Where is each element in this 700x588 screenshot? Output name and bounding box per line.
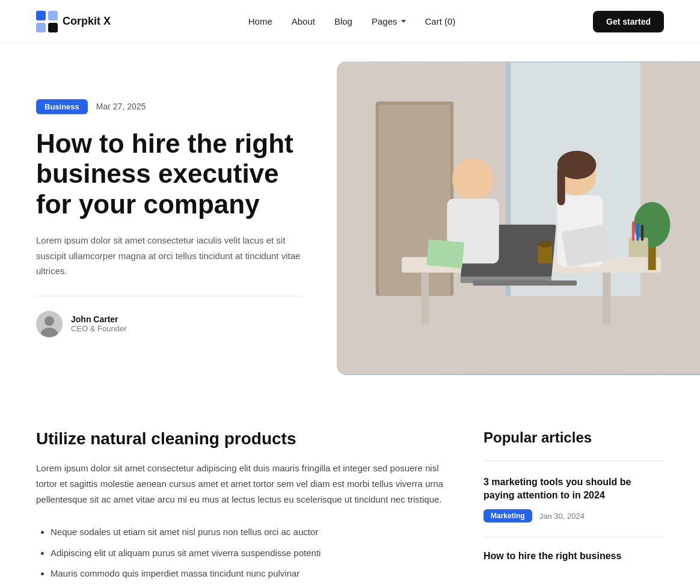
list-item: Neque sodales ut etiam sit amet nisl pur…: [51, 524, 447, 540]
svg-rect-2: [36, 23, 46, 32]
svg-rect-13: [421, 272, 429, 324]
svg-rect-33: [641, 225, 643, 241]
nav-links: Home About Blog Pages Cart (0): [248, 16, 456, 26]
svg-rect-3: [48, 23, 58, 32]
hero-title: How to hire the right business executive…: [36, 129, 301, 220]
svg-rect-0: [36, 11, 46, 20]
hero-divider: [36, 296, 301, 296]
svg-rect-29: [426, 239, 464, 268]
hero-section: Business Mar 27, 2025 How to hire the ri…: [0, 43, 700, 393]
nav-about[interactable]: About: [292, 16, 315, 26]
author-info: John Carter CEO & Founder: [71, 314, 127, 333]
svg-point-25: [538, 241, 552, 248]
navigation: Corpkit X Home About Blog Pages Cart (0)…: [0, 0, 700, 43]
svg-rect-14: [603, 272, 610, 324]
list-item: Adipiscing elit ut aliquam purus sit ame…: [51, 545, 447, 561]
author-row: John Carter CEO & Founder: [36, 311, 301, 337]
publish-date: Mar 27, 2025: [96, 102, 146, 111]
svg-rect-1: [48, 11, 58, 20]
svg-rect-17: [473, 280, 577, 286]
sidebar-article-divider: [484, 537, 664, 537]
hero-content: Business Mar 27, 2025 How to hire the ri…: [0, 43, 337, 393]
marketing-badge: Marketing: [484, 509, 532, 522]
nav-home[interactable]: Home: [248, 16, 272, 26]
svg-point-5: [45, 316, 54, 326]
logo-icon: [36, 11, 58, 32]
nav-blog[interactable]: Blog: [334, 16, 352, 26]
popular-article-title-1: 3 marketing tools you should be paying a…: [484, 476, 664, 503]
article-title: Utilize natural cleaning products: [36, 429, 447, 449]
hero-meta: Business Mar 27, 2025: [36, 99, 301, 114]
nav-cart[interactable]: Cart (0): [425, 16, 456, 26]
get-started-button[interactable]: Get started: [593, 11, 664, 32]
popular-article-title-2: How to hire the right business: [484, 550, 664, 563]
article-date-1: Jan 30, 2024: [539, 512, 585, 521]
article-paragraph: Lorem ipsum dolor sit amet consectetur a…: [36, 461, 447, 508]
author-role: CEO & Founder: [71, 324, 127, 333]
category-badge: Business: [36, 99, 88, 114]
hero-description: Lorem ipsum dolor sit amet consectetur i…: [36, 233, 301, 279]
popular-meta-1: Marketing Jan 30, 2024: [484, 509, 664, 522]
article-list: Neque sodales ut etiam sit amet nisl pur…: [36, 524, 447, 588]
logo-text: Corpkit X: [63, 15, 111, 28]
article-body: Utilize natural cleaning products Lorem …: [36, 429, 447, 588]
sidebar-divider: [484, 461, 664, 461]
svg-rect-23: [557, 167, 565, 206]
popular-article-1: 3 marketing tools you should be paying a…: [484, 476, 664, 523]
main-content: Utilize natural cleaning products Lorem …: [0, 393, 700, 588]
avatar: [36, 311, 63, 337]
chevron-down-icon: [401, 20, 406, 23]
author-name: John Carter: [71, 314, 127, 324]
nav-pages[interactable]: Pages: [372, 16, 406, 26]
svg-rect-31: [632, 221, 634, 240]
sidebar: Popular articles 3 marketing tools you s…: [484, 429, 664, 578]
hero-image: [337, 61, 700, 375]
logo[interactable]: Corpkit X: [36, 11, 111, 32]
popular-article-2: How to hire the right business: [484, 550, 664, 563]
svg-rect-32: [636, 223, 639, 240]
svg-point-18: [452, 159, 494, 200]
list-item: Mauris commodo quis imperdiet massa tinc…: [51, 566, 447, 581]
sidebar-title: Popular articles: [484, 429, 664, 446]
office-image: [337, 61, 700, 375]
